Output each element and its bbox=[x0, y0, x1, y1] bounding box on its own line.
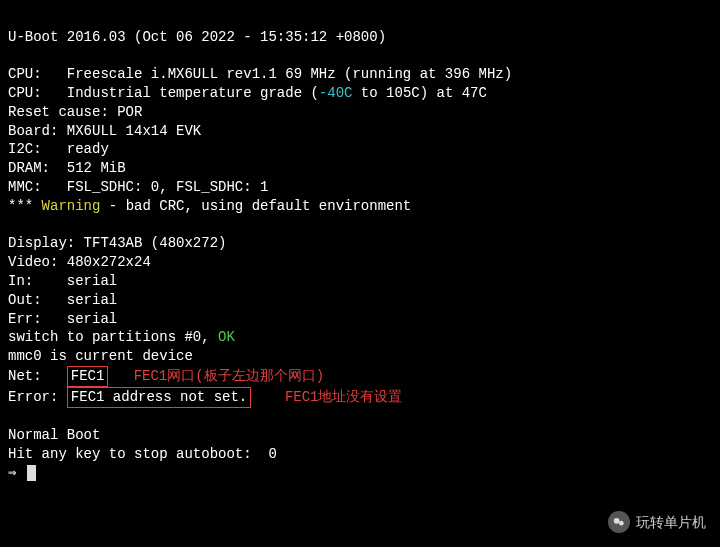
dram-label: DRAM: bbox=[8, 160, 67, 176]
switch-text: switch to partitions #0, bbox=[8, 329, 218, 345]
switch-ok: OK bbox=[218, 329, 235, 345]
cpu1-value: Freescale i.MX6ULL rev1.1 69 MHz (runnin… bbox=[67, 66, 512, 82]
i2c-label: I2C: bbox=[8, 141, 67, 157]
dram-line: DRAM: 512 MiB bbox=[8, 159, 712, 178]
err-label: Err: bbox=[8, 311, 67, 327]
cursor-icon bbox=[27, 465, 36, 481]
i2c-line: I2C: ready bbox=[8, 140, 712, 159]
error-value-box: FEC1 address not set. bbox=[67, 387, 251, 408]
board-line: Board: MX6ULL 14x14 EVK bbox=[8, 122, 712, 141]
cpu-line-1: CPU: Freescale i.MX6ULL rev1.1 69 MHz (r… bbox=[8, 65, 712, 84]
net-line: Net: FEC1 FEC1网口(板子左边那个网口) bbox=[8, 366, 712, 387]
net-label: Net: bbox=[8, 368, 67, 384]
i2c-value: ready bbox=[67, 141, 109, 157]
out-label: Out: bbox=[8, 292, 67, 308]
error-annotation: FEC1地址没有设置 bbox=[285, 389, 403, 405]
mmc0-line: mmc0 is current device bbox=[8, 347, 712, 366]
error-gap1 bbox=[58, 389, 66, 405]
cpu2-a: Industrial temperature grade ( bbox=[67, 85, 319, 101]
in-label: In: bbox=[8, 273, 67, 289]
switch-line: switch to partitions #0, OK bbox=[8, 328, 712, 347]
watermark-text: 玩转单片机 bbox=[636, 513, 706, 532]
mmc-value: FSL_SDHC: 0, FSL_SDHC: 1 bbox=[67, 179, 269, 195]
prompt-line[interactable]: ⇒ bbox=[8, 464, 712, 483]
error-line: Error: FEC1 address not set. FEC1地址没有设置 bbox=[8, 387, 712, 408]
reset-line: Reset cause: POR bbox=[8, 103, 712, 122]
in-line: In: serial bbox=[8, 272, 712, 291]
err-line: Err: serial bbox=[8, 310, 712, 329]
cpu2-temp: -40C bbox=[319, 85, 353, 101]
display-line: Display: TFT43AB (480x272) bbox=[8, 234, 712, 253]
cpu2-b: to 105C) at 47C bbox=[352, 85, 486, 101]
warn-prefix: *** bbox=[8, 198, 42, 214]
svg-point-0 bbox=[614, 518, 620, 524]
watermark: 玩转单片机 bbox=[608, 511, 706, 533]
net-value-box: FEC1 bbox=[67, 366, 109, 387]
wechat-icon bbox=[608, 511, 630, 533]
net-annotation: FEC1网口(板子左边那个网口) bbox=[134, 368, 324, 384]
mmc-line: MMC: FSL_SDHC: 0, FSL_SDHC: 1 bbox=[8, 178, 712, 197]
error-label: Error: bbox=[8, 389, 58, 405]
video-line: Video: 480x272x24 bbox=[8, 253, 712, 272]
warn-rest: - bad CRC, using default environment bbox=[100, 198, 411, 214]
prompt-symbol: ⇒ bbox=[8, 465, 25, 481]
in-value: serial bbox=[67, 273, 117, 289]
svg-point-1 bbox=[619, 521, 624, 526]
uboot-header: U-Boot 2016.03 (Oct 06 2022 - 15:35:12 +… bbox=[8, 28, 712, 47]
out-value: serial bbox=[67, 292, 117, 308]
err-value: serial bbox=[67, 311, 117, 327]
warn-word: Warning bbox=[42, 198, 101, 214]
error-gap2 bbox=[251, 389, 285, 405]
cpu2-label: CPU: bbox=[8, 85, 67, 101]
mmc-label: MMC: bbox=[8, 179, 67, 195]
autoboot-line: Hit any key to stop autoboot: 0 bbox=[8, 445, 712, 464]
out-line: Out: serial bbox=[8, 291, 712, 310]
dram-value: 512 MiB bbox=[67, 160, 126, 176]
cpu1-label: CPU: bbox=[8, 66, 67, 82]
cpu-line-2: CPU: Industrial temperature grade (-40C … bbox=[8, 84, 712, 103]
net-gap bbox=[108, 368, 133, 384]
normal-boot: Normal Boot bbox=[8, 426, 712, 445]
warning-line: *** Warning - bad CRC, using default env… bbox=[8, 197, 712, 216]
